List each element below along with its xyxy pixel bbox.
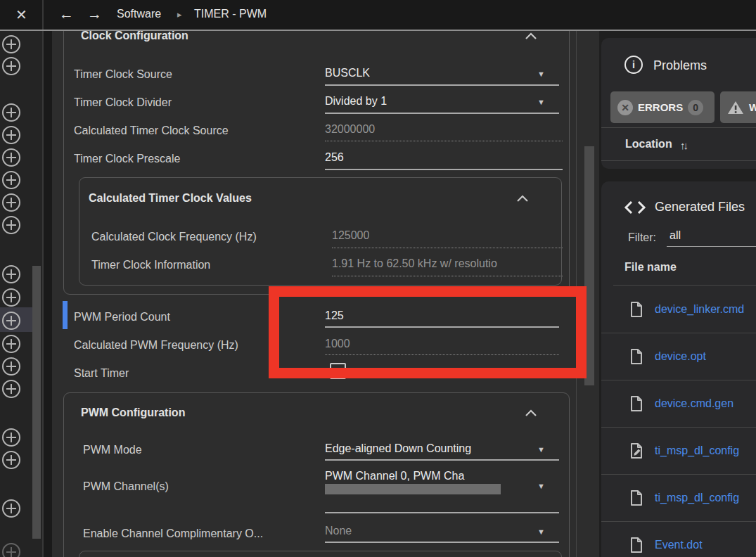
field-label: Enable Channel Complimentary O... [83,527,318,540]
file-link[interactable]: device_linker.cmd [655,303,744,316]
forward-arrow-icon[interactable]: → [87,6,102,23]
field-underline [325,84,559,86]
timer-clock-prescale-input[interactable]: 256 [325,151,344,164]
field-underline [325,113,559,114]
chevron-down-icon[interactable]: ▼ [537,527,545,536]
calculated-values-title: Calculated Timer Clock Values [89,192,252,205]
chevron-down-icon[interactable]: ▼ [537,98,545,106]
field-underline [332,248,563,248]
file-link[interactable]: device.opt [655,350,706,363]
add-module-icon[interactable] [2,193,20,212]
add-module-icon[interactable] [2,499,20,518]
file-name-column-header: File name [624,261,677,274]
collapse-chevron-icon[interactable] [525,32,537,40]
add-module-icon-selected[interactable] [2,312,20,330]
field-label: Calculated Clock Frequency (Hz) [91,231,257,243]
warnings-filter-button[interactable]: WARNINGS [720,91,756,123]
pwm-mode-dropdown[interactable]: Edge-aligned Down Counting [325,442,471,455]
title-bar: ✕ ← → Software ▸ TIMER - PWM [0,0,756,30]
file-link[interactable]: Event.dot [655,539,703,551]
generated-files-title: Generated Files [655,200,745,215]
sysconfig-window: ✕ ← → Software ▸ TIMER - PWM Clock [0,0,756,557]
field-underline [332,276,563,276]
generated-files-panel: Generated Files Filter: all File name de… [601,181,756,557]
field-underline [325,512,559,513]
add-module-icon[interactable] [2,451,20,469]
add-module-icon[interactable] [2,126,20,144]
warnings-button-label: WARNINGS [749,101,756,113]
file-icon [629,301,643,318]
errors-count-badge: 0 [688,100,703,115]
field-label: Timer Clock Source [74,68,172,81]
file-link[interactable]: ti_msp_dl_config [655,444,739,457]
pwm-channels-multiselect[interactable]: PWM Channel 0, PWM Cha [325,470,509,482]
add-module-icon[interactable] [2,57,20,75]
calculated-timer-clock-source-value: 32000000 [325,123,375,136]
file-icon [629,537,643,553]
add-module-icon[interactable] [2,265,20,283]
breadcrumb-page: TIMER - PWM [194,8,267,20]
breadcrumb-separator-icon: ▸ [177,9,182,20]
file-link[interactable]: ti_msp_dl_config [655,492,739,504]
calculated-clock-frequency-value: 125000 [332,229,369,242]
complementary-output-dropdown[interactable]: None [325,525,352,537]
divider [601,127,756,128]
pwm-channels-chip [325,484,501,494]
add-module-icon[interactable] [2,335,20,353]
chevron-down-icon[interactable]: ▼ [537,445,545,454]
chevron-down-icon[interactable]: ▼ [537,70,545,78]
breadcrumb-section[interactable]: Software [117,8,161,20]
errors-button-label: ERRORS [638,101,683,113]
file-row[interactable]: ti_msp_dl_config [601,427,756,475]
timer-clock-information-value: 1.91 Hz to 62.50 kHz w/ resolutio [332,257,563,270]
field-label: PWM Mode [83,444,142,456]
field-label: Calculated Timer Clock Source [74,124,229,137]
error-circle-x-icon: ✕ [617,100,633,115]
add-module-icon[interactable] [2,288,20,307]
chevron-down-icon[interactable]: ▼ [537,482,545,490]
field-label: Calculated PWM Frequency (Hz) [74,339,238,352]
location-column-header[interactable]: Location [625,138,672,151]
pwm-configuration-title: PWM Configuration [81,406,185,419]
divider [601,160,756,161]
sort-arrows-icon[interactable]: ↑↓ [680,139,686,151]
add-module-icon[interactable] [2,148,20,167]
sidebar-gutter [44,31,52,557]
collapse-chevron-icon[interactable] [516,195,529,203]
field-underline [325,459,559,461]
pwm-subsection-box [79,551,562,557]
add-module-icon[interactable] [2,380,20,398]
add-module-icon[interactable] [2,35,20,53]
add-module-icon[interactable] [2,171,20,189]
field-label: Start Timer [74,367,129,380]
field-underline [325,542,559,543]
file-row[interactable]: device.opt [601,333,756,380]
file-edit-icon [629,442,643,459]
back-arrow-icon[interactable]: ← [59,6,74,23]
field-underline [325,141,563,141]
problems-panel: i Problems ✕ ERRORS 0 WARNINGS Location … [601,38,756,169]
filter-input[interactable]: all [669,229,681,242]
collapse-chevron-icon[interactable] [525,409,537,417]
file-icon [629,395,643,412]
problems-panel-title: Problems [653,58,707,73]
file-row[interactable]: device_linker.cmd [601,286,756,333]
add-module-icon[interactable] [2,103,20,122]
close-icon[interactable]: ✕ [15,6,27,23]
add-module-icon[interactable] [2,543,20,557]
add-module-icon[interactable] [2,216,20,234]
sidebar-scrollbar-thumb[interactable] [32,266,41,539]
file-icon [629,489,643,506]
field-label: Timer Clock Prescale [74,153,180,165]
timer-clock-divider-dropdown[interactable]: Divided by 1 [325,95,387,108]
file-row[interactable]: ti_msp_dl_config [601,474,756,522]
file-link[interactable]: device.cmd.gen [655,397,733,410]
timer-clock-source-dropdown[interactable]: BUSCLK [325,67,370,79]
warning-triangle-icon [727,101,744,115]
errors-filter-button[interactable]: ✕ ERRORS 0 [610,91,715,123]
file-row[interactable]: Event.dot [601,521,756,557]
file-row[interactable]: device.cmd.gen [601,380,756,428]
module-sidebar [0,31,44,557]
add-module-icon[interactable] [2,357,20,376]
add-module-icon[interactable] [2,428,20,447]
